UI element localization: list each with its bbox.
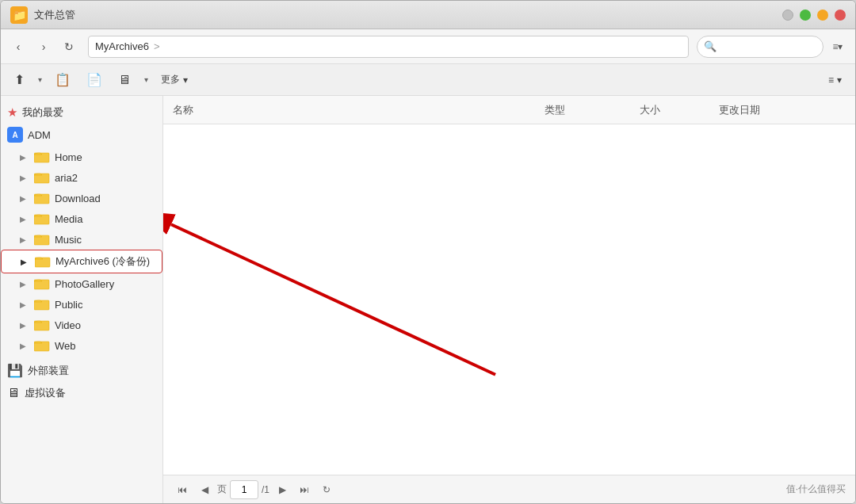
view-options-arrow: ▾ <box>837 74 842 86</box>
sidebar-item-music[interactable]: ▶ Music <box>1 229 162 250</box>
first-page-button[interactable]: ⏮ <box>173 480 192 499</box>
action-toolbar: ⬆ ▾ 📋 📄 🖥 ▾ 更多 ▾ ≡ ▾ <box>1 64 855 96</box>
sidebar-item-video-label: Video <box>55 319 81 331</box>
search-input[interactable] <box>720 41 816 52</box>
view-options-button[interactable]: ≡ ▾ <box>821 68 849 92</box>
nav-toolbar: ‹ › ↻ MyArchive6 > 🔍 ≡▾ <box>1 29 855 64</box>
prev-page-button[interactable]: ◀ <box>195 480 214 499</box>
maximize-button[interactable] <box>800 10 811 21</box>
col-date-header: 更改日期 <box>719 103 846 117</box>
more-arrow-icon: ▾ <box>183 74 188 86</box>
sidebar-item-web[interactable]: ▶ Web <box>1 335 162 356</box>
sidebar-adm-group[interactable]: A ADM <box>1 123 162 147</box>
folder-icon-myarchive6 <box>35 255 51 268</box>
next-page-icon: ▶ <box>279 484 286 495</box>
sidebar-item-aria2-label: aria2 <box>55 172 78 184</box>
sidebar-item-video[interactable]: ▶ Video <box>1 315 162 335</box>
folder-icon-video <box>34 319 50 331</box>
more-label: 更多 <box>161 73 180 86</box>
app-icon: 📁 <box>10 6 28 24</box>
titlebar-controls <box>782 10 846 21</box>
back-button[interactable]: ‹ <box>7 36 29 58</box>
sidebar-item-public-label: Public <box>55 299 82 311</box>
sidebar-item-aria2[interactable]: ▶ aria2 <box>1 167 162 188</box>
pagination-bar: ⏮ ◀ 页 /1 ▶ ⏭ ↻ 值·什么值得买 <box>163 475 855 503</box>
address-bar[interactable]: MyArchive6 > <box>88 36 689 58</box>
paste-icon: 📄 <box>86 72 102 87</box>
adm-label: ADM <box>28 129 51 141</box>
file-panel: 名称 类型 大小 更改日期 <box>163 96 855 503</box>
sidebar-item-photogallery-label: PhotoGallery <box>55 278 114 290</box>
sidebar-item-myarchive6-label: MyArchive6 (冷备份) <box>55 254 150 269</box>
last-page-button[interactable]: ⏭ <box>295 480 314 499</box>
svg-line-11 <box>171 224 495 375</box>
sidebar-item-public[interactable]: ▶ Public <box>1 294 162 315</box>
paste-button[interactable]: 📄 <box>79 68 109 92</box>
sidebar-virtual-group[interactable]: 🖥 虚拟设备 <box>1 382 162 404</box>
upload-arrow-button[interactable]: ▾ <box>33 68 46 92</box>
page-input[interactable] <box>230 480 258 499</box>
sidebar-item-download[interactable]: ▶ Download <box>1 188 162 208</box>
search-bar[interactable]: 🔍 <box>697 36 824 58</box>
folder-icon-music <box>34 233 50 246</box>
expand-arrow-music: ▶ <box>20 235 29 244</box>
expand-arrow-public: ▶ <box>20 300 29 309</box>
external-label: 外部装置 <box>28 364 69 378</box>
expand-arrow-download: ▶ <box>20 194 29 203</box>
forward-button[interactable]: › <box>32 36 55 58</box>
folder-icon-media <box>34 212 50 225</box>
desktop-arrow-button[interactable]: ▾ <box>139 68 152 92</box>
col-type-header: 类型 <box>545 103 640 117</box>
folder-icon-photogallery <box>34 277 50 290</box>
annotation-arrow <box>163 124 855 475</box>
virtual-label: 虚拟设备 <box>25 386 66 400</box>
list-view-button[interactable]: ≡▾ <box>827 36 849 58</box>
col-size-header: 大小 <box>640 103 719 117</box>
copy-button[interactable]: 📋 <box>48 68 78 92</box>
refresh-button[interactable]: ↻ <box>58 36 80 58</box>
page-label: 页 <box>217 483 227 496</box>
expand-arrow-photogallery: ▶ <box>20 280 29 288</box>
sidebar-item-myarchive6[interactable]: ▶ MyArchive6 (冷备份) <box>1 250 162 273</box>
close-button[interactable] <box>835 10 846 21</box>
col-name-header: 名称 <box>173 103 545 117</box>
main-window: 📁 文件总管 ‹ › ↻ MyArchive6 > 🔍 ≡▾ <box>0 0 856 504</box>
virtual-icon: 🖥 <box>7 386 20 400</box>
next-page-button[interactable]: ▶ <box>273 480 292 499</box>
address-separator: > <box>154 40 160 52</box>
total-pages: /1 <box>262 484 269 495</box>
desktop-button[interactable]: 🖥 <box>111 68 138 92</box>
folder-icon-web <box>34 339 50 352</box>
sidebar-item-media[interactable]: ▶ Media <box>1 208 162 229</box>
titlebar-title: 文件总管 <box>34 8 776 22</box>
refresh-page-icon: ↻ <box>323 484 331 495</box>
main-content: ★ 我的最爱 A ADM ▶ Home ▶ <box>1 96 855 503</box>
copy-icon: 📋 <box>55 72 71 87</box>
titlebar: 📁 文件总管 <box>1 1 855 29</box>
view-options-icon: ≡ <box>828 74 834 86</box>
address-text: MyArchive6 <box>95 40 149 52</box>
folder-icon-home <box>34 151 50 163</box>
refresh-page-button[interactable]: ↻ <box>317 480 336 499</box>
expand-arrow-aria2: ▶ <box>20 174 29 182</box>
sidebar-external-group[interactable]: 💾 外部装置 <box>1 359 162 382</box>
search-icon: 🔍 <box>704 40 717 52</box>
sidebar-item-home[interactable]: ▶ Home <box>1 147 162 167</box>
desktop-icon: 🖥 <box>118 73 131 87</box>
restore-button[interactable] <box>817 10 828 21</box>
minimize-button[interactable] <box>782 10 793 21</box>
sidebar-item-media-label: Media <box>55 213 82 225</box>
back-icon: ‹ <box>17 40 21 53</box>
sidebar-favorites[interactable]: ★ 我的最爱 <box>1 102 162 123</box>
expand-arrow-myarchive6: ▶ <box>21 258 30 266</box>
upload-button[interactable]: ⬆ <box>7 68 32 92</box>
sidebar-item-photogallery[interactable]: ▶ PhotoGallery <box>1 273 162 294</box>
folder-icon-public <box>34 298 50 311</box>
expand-arrow-home: ▶ <box>20 153 29 162</box>
folder-icon-aria2 <box>34 171 50 184</box>
expand-arrow-media: ▶ <box>20 215 29 223</box>
last-page-icon: ⏭ <box>300 484 309 495</box>
upload-icon: ⬆ <box>14 72 25 87</box>
more-button[interactable]: 更多 ▾ <box>154 68 195 92</box>
file-list-content <box>163 124 855 475</box>
